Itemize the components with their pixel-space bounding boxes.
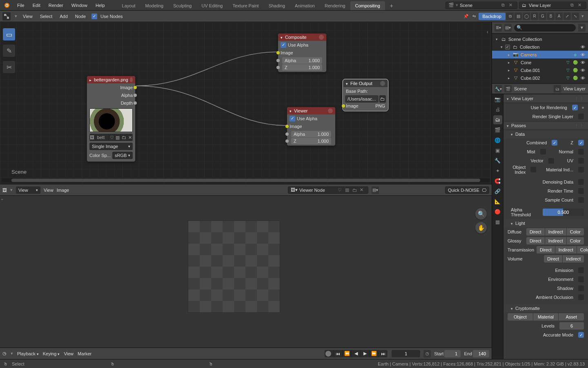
- preview-range-icon[interactable]: ◷: [423, 350, 431, 357]
- tl-playback[interactable]: Playback ▾: [17, 351, 39, 356]
- panel-viewlayer[interactable]: View Layer⋮⋮: [503, 94, 588, 103]
- menu-file[interactable]: File: [13, 0, 29, 11]
- glossy-color[interactable]: Color: [567, 237, 584, 245]
- play-fwd-icon[interactable]: ▶: [361, 350, 370, 357]
- image-name-field[interactable]: bett: [96, 134, 109, 141]
- pass-rendertime-chk[interactable]: [578, 188, 584, 194]
- diffuse-direct[interactable]: Direct: [526, 228, 545, 236]
- outliner-item-camera[interactable]: ▸📷Camera◆👁: [492, 51, 588, 58]
- node-image[interactable]: bettergarden.png Image Alpha Depth 🖼 bet…: [87, 76, 136, 162]
- collection-enable-chk[interactable]: [505, 45, 510, 49]
- glossy-direct[interactable]: Direct: [526, 237, 545, 245]
- editor-type-icon[interactable]: [2, 12, 11, 20]
- img-menu-view[interactable]: View: [44, 188, 53, 193]
- jump-end-icon[interactable]: ⏭: [379, 350, 388, 357]
- data-link-icon[interactable]: ◆: [572, 52, 578, 57]
- image-new-icon[interactable]: ▥: [115, 134, 121, 141]
- subpanel-light[interactable]: Light: [503, 219, 588, 227]
- render-single-chk[interactable]: [578, 114, 584, 119]
- channel-0[interactable]: ⧉: [506, 13, 514, 20]
- data-link-icon[interactable]: ▽: [565, 60, 571, 65]
- pan-tool-icon[interactable]: ✋: [475, 222, 487, 233]
- ptab-texture[interactable]: ▦: [493, 218, 502, 227]
- image-source-select[interactable]: Single Image▾: [89, 143, 133, 150]
- tab-sculpting[interactable]: Sculpting: [168, 1, 196, 10]
- menu-select[interactable]: Select: [38, 14, 54, 19]
- tab-modeling[interactable]: Modeling: [140, 1, 169, 10]
- alpha-threshold-slider[interactable]: 0.500: [543, 209, 584, 216]
- viewer-alpha-field[interactable]: Alpha1.000: [291, 131, 331, 137]
- outliner-filter-icon[interactable]: ▼: [578, 24, 586, 31]
- pass-matidx-chk[interactable]: [578, 167, 584, 173]
- ptab-physics[interactable]: 🧲: [493, 177, 502, 186]
- slot-select-icon[interactable]: ▤▾: [372, 186, 379, 194]
- dnoise-button[interactable]: Quick D-NOISE🖵: [445, 186, 489, 194]
- eye-icon[interactable]: 👁: [580, 68, 586, 73]
- menu-view[interactable]: View: [21, 14, 34, 19]
- tl-view[interactable]: View: [64, 351, 74, 356]
- auto-key-icon[interactable]: [325, 350, 334, 357]
- zoom-1-icon[interactable]: ⤡: [572, 13, 579, 20]
- mat-icon[interactable]: 🟢: [572, 68, 578, 72]
- node-viewer-header[interactable]: Viewer: [287, 107, 335, 114]
- ptab-output[interactable]: 🖨: [493, 105, 502, 114]
- node-viewer[interactable]: Viewer Use Alpha Image Alpha1.000 Z1.000: [287, 107, 336, 146]
- crypto-accurate-chk[interactable]: [578, 332, 584, 338]
- panel-passes[interactable]: Passes⋮⋮: [503, 121, 588, 130]
- node-composite-header[interactable]: Composite: [278, 34, 326, 41]
- pass-ao-chk[interactable]: [578, 294, 584, 300]
- prev-key-icon[interactable]: ⏪: [343, 350, 352, 357]
- zoom-tool-icon[interactable]: 🔍: [475, 208, 487, 220]
- pass-uv-chk[interactable]: [578, 158, 584, 164]
- ptab-particle[interactable]: ✦: [493, 166, 502, 175]
- menu-render[interactable]: Render: [45, 0, 67, 11]
- tab-compositing[interactable]: Compositing: [350, 1, 385, 10]
- node-h-scrollbar[interactable]: [2, 178, 490, 182]
- node-image-header[interactable]: bettergarden.png: [87, 76, 135, 83]
- image-datablock[interactable]: 🖼▾ Viewer Node ♡ ▥ 🗀 ✕: [288, 186, 368, 194]
- pass-samplecnt-chk[interactable]: [578, 197, 584, 203]
- fileout-path-field[interactable]: /Users/isaac...: [345, 95, 379, 103]
- play-rev-icon[interactable]: ◀: [352, 350, 361, 357]
- image-unlink-icon[interactable]: ✕: [127, 134, 133, 141]
- trans-color[interactable]: Color: [577, 246, 588, 254]
- pass-z-chk[interactable]: [578, 140, 584, 146]
- crypto-levels-field[interactable]: 6: [559, 322, 584, 330]
- tab-texpaint[interactable]: Texture Paint: [227, 1, 263, 10]
- ptab-scene[interactable]: 🎬: [493, 126, 502, 135]
- trans-indirect[interactable]: Indirect: [555, 246, 577, 254]
- image-fake-user-icon[interactable]: ♡: [338, 187, 343, 193]
- image-open-icon[interactable]: 🗀: [352, 188, 358, 193]
- sidebar-collapse-icon[interactable]: ‹: [487, 28, 492, 36]
- data-link-icon[interactable]: ▽: [565, 76, 571, 80]
- scene-copy-icon[interactable]: ⧉: [501, 2, 507, 8]
- vol-direct[interactable]: Direct: [544, 255, 563, 263]
- composite-alpha-field[interactable]: Alpha1.000: [282, 57, 322, 64]
- ptab-world[interactable]: 🌐: [493, 136, 502, 145]
- outliner-item-cube2[interactable]: ▸▽Cube.002▽🟢👁: [492, 74, 588, 82]
- jump-start-icon[interactable]: ⏮: [334, 350, 343, 357]
- use-for-rendering-chk[interactable]: [572, 105, 578, 110]
- eye-icon[interactable]: 👁: [580, 52, 586, 57]
- channel-1[interactable]: ▤: [514, 13, 522, 20]
- pass-combined-chk[interactable]: [552, 140, 557, 146]
- viewlayer-copy-icon[interactable]: ⧉: [570, 2, 576, 8]
- viewlayer-close-icon[interactable]: ✕: [578, 2, 584, 8]
- image-browse-icon[interactable]: 🖼: [89, 134, 96, 141]
- pass-env-chk[interactable]: [578, 276, 584, 282]
- diffuse-indirect[interactable]: Indirect: [545, 228, 567, 236]
- menu-add[interactable]: Add: [58, 14, 69, 19]
- pin-icon[interactable]: 📌: [462, 13, 470, 20]
- scene-name-input[interactable]: [459, 2, 500, 8]
- subpanel-crypto[interactable]: Cryptomatte: [503, 304, 588, 312]
- menu-help[interactable]: Help: [91, 0, 109, 11]
- menu-node[interactable]: Node: [74, 14, 87, 19]
- mat-icon[interactable]: 🟢: [572, 76, 578, 80]
- preview-dot-icon[interactable]: [328, 108, 333, 113]
- channel-a[interactable]: A: [555, 13, 563, 20]
- scene-close-icon[interactable]: ✕: [509, 2, 514, 8]
- tab-uv[interactable]: UV Editing: [196, 1, 227, 10]
- scene-selector[interactable]: 🎬 ▾ ⧉ ✕: [445, 2, 517, 9]
- start-frame-field[interactable]: 1: [444, 350, 461, 357]
- tool-annotate[interactable]: ✎: [2, 44, 16, 57]
